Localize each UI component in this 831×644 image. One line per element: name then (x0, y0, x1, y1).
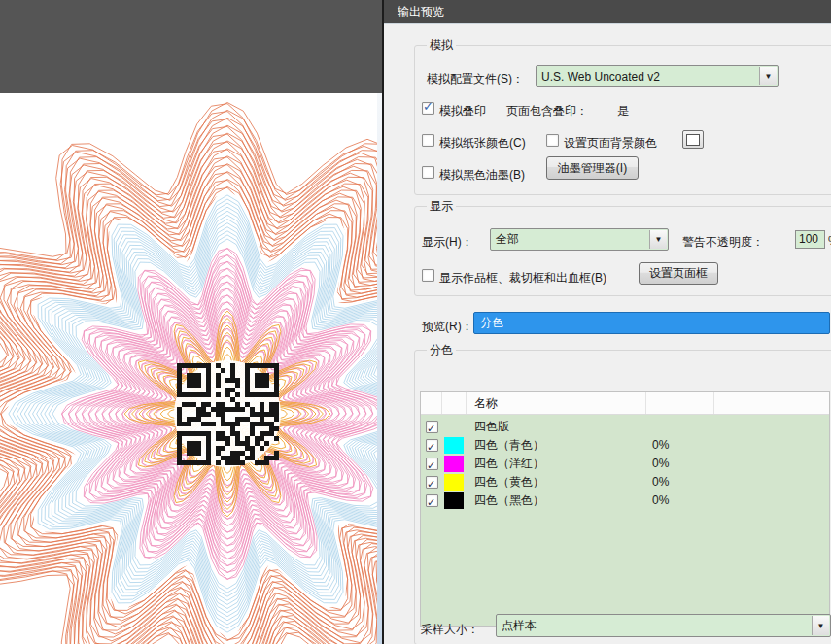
show-label: 显示(H)： (422, 234, 473, 251)
simulate-paper-color-label: 模拟纸张颜色(C) (439, 135, 526, 152)
dialog-title: 输出预览 (398, 5, 444, 18)
separation-value (646, 418, 734, 436)
preview-label: 预览(R)： (422, 319, 473, 335)
separation-value: 0% (646, 473, 734, 491)
check-icon: ✓ (427, 493, 435, 512)
separation-row[interactable]: ✓四色（青色）0% (421, 436, 829, 455)
header-extra-column (714, 392, 829, 414)
separation-name: 四色版 (467, 418, 646, 436)
separations-table: 名称 ✓四色版✓四色（青色）0%✓四色（洋红）0%✓四色（黄色）0%✓四色（黑色… (420, 391, 830, 627)
separation-name: 四色（青色） (467, 436, 646, 455)
separation-name: 四色（洋红） (467, 455, 646, 473)
separations-table-header: 名称 (421, 392, 829, 415)
screen: 输出预览 模拟 模拟配置文件(S)： U.S. Web Uncoated v2 … (0, 0, 831, 644)
separation-checkbox[interactable]: ✓ (426, 439, 438, 452)
dialog-titlebar[interactable]: 输出预览 (384, 0, 831, 23)
ink-manager-button-label: 油墨管理器(I) (558, 160, 627, 177)
header-value-column (646, 392, 714, 414)
guilloche-artwork (0, 93, 382, 644)
simulate-group-label: 模拟 (427, 38, 456, 51)
overprint-info-label: 页面包含叠印： (506, 103, 588, 119)
header-checkbox-column (421, 392, 442, 414)
color-swatch (444, 474, 464, 491)
separations-table-body: ✓四色版✓四色（青色）0%✓四色（洋红）0%✓四色（黄色）0%✓四色（黑色）0% (421, 415, 829, 510)
color-swatch (444, 492, 464, 509)
separations-group-label: 分色 (427, 343, 456, 356)
show-art-trim-bleed-label: 显示作品框、裁切框和出血框(B) (439, 270, 606, 287)
warning-opacity-label: 警告不透明度： (682, 234, 764, 251)
dialog-body: 模拟 模拟配置文件(S)： U.S. Web Uncoated v2 ▼ ✓ 模… (384, 23, 831, 644)
simulate-overprint-checkbox[interactable]: ✓ (422, 102, 434, 115)
profile-value: U.S. Web Uncoated v2 (541, 70, 660, 84)
color-swatch (444, 437, 464, 454)
separation-name: 四色（黑色） (467, 491, 646, 510)
separation-value: 0% (646, 491, 734, 510)
sample-size-value: 点样本 (502, 618, 537, 634)
output-preview-dialog: 输出预览 模拟 模拟配置文件(S)： U.S. Web Uncoated v2 … (382, 0, 831, 644)
sample-size-combobox[interactable]: 点样本 ▼ (496, 614, 831, 637)
separation-checkbox[interactable]: ✓ (426, 458, 438, 470)
separation-value: 0% (646, 436, 734, 455)
color-swatch (444, 456, 464, 472)
separation-row[interactable]: ✓四色版 (421, 418, 829, 436)
overprint-info-value: 是 (617, 103, 629, 119)
separation-checkbox[interactable]: ✓ (426, 494, 438, 507)
simulate-paper-color-checkbox[interactable] (422, 134, 434, 147)
simulate-overprint-label: 模拟叠印 (439, 103, 486, 119)
document-canvas[interactable] (0, 93, 382, 644)
simulate-black-ink-checkbox[interactable] (422, 166, 434, 179)
page-background-color-checkbox[interactable] (546, 134, 559, 147)
display-group-label: 显示 (427, 199, 456, 213)
chevron-down-icon: ▼ (759, 67, 777, 85)
separation-row[interactable]: ✓四色（黑色）0% (421, 491, 829, 510)
app-background (0, 0, 382, 93)
separation-value: 0% (646, 455, 734, 473)
background-color-well-button[interactable] (682, 130, 704, 149)
show-combobox[interactable]: 全部 ▼ (490, 228, 669, 251)
profile-label: 模拟配置文件(S)： (427, 71, 524, 87)
ink-manager-button[interactable]: 油墨管理器(I) (546, 156, 639, 180)
chevron-down-icon: ▼ (649, 230, 667, 249)
preview-value: 分色 (480, 315, 503, 331)
separation-name: 四色（黄色） (467, 473, 646, 491)
chevron-down-icon: ▼ (812, 616, 829, 635)
simulate-black-ink-label: 模拟黑色油墨(B) (439, 167, 525, 184)
show-art-trim-bleed-checkbox[interactable] (422, 269, 434, 282)
header-swatch-column (442, 392, 467, 414)
separation-row[interactable]: ✓四色（洋红）0% (421, 455, 829, 473)
show-value: 全部 (496, 231, 519, 248)
separation-checkbox[interactable]: ✓ (426, 476, 438, 489)
separation-row[interactable]: ✓四色（黄色）0% (421, 473, 829, 491)
separation-checkbox[interactable]: ✓ (426, 421, 438, 433)
warning-opacity-input[interactable]: 100 (795, 230, 825, 249)
header-name-column: 名称 (467, 392, 646, 414)
preview-combobox[interactable]: 分色 (473, 312, 830, 334)
page-background-color-label: 设置页面背景颜色 (564, 135, 657, 152)
set-page-boxes-button[interactable]: 设置页面框 (639, 262, 718, 285)
check-icon: ✓ (423, 99, 433, 114)
sample-size-label: 采样大小： (421, 622, 479, 638)
set-page-boxes-button-label: 设置页面框 (649, 265, 708, 282)
color-sample (686, 134, 700, 146)
profile-combobox[interactable]: U.S. Web Uncoated v2 ▼ (536, 65, 779, 87)
